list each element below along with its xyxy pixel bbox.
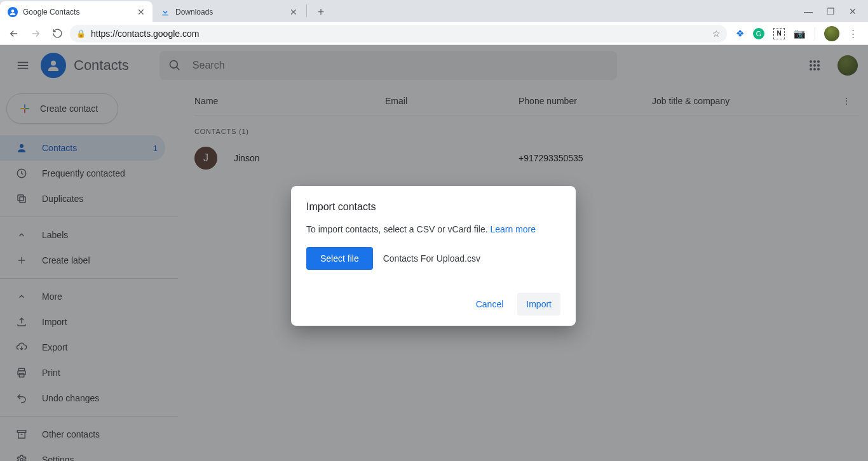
separator — [815, 27, 815, 40]
tab-separator — [306, 4, 307, 17]
browser-tab-title: Google Contacts — [23, 8, 79, 17]
learn-more-link[interactable]: Learn more — [490, 224, 536, 234]
select-file-button[interactable]: Select file — [306, 247, 373, 270]
contacts-app: Contacts Create contact Contacts 1 — [0, 45, 868, 461]
dialog-title: Import contacts — [306, 201, 560, 213]
download-favicon — [160, 7, 170, 17]
extension-icon[interactable]: ❖ — [736, 28, 744, 39]
nav-reload-icon[interactable] — [48, 25, 66, 43]
new-tab-button[interactable]: + — [312, 3, 330, 21]
svg-point-1 — [11, 10, 15, 13]
browser-menu-icon[interactable]: ⋮ — [848, 28, 858, 39]
extensions-area: ❖ G N 📷 ⋮ — [731, 26, 863, 41]
browser-tab-title: Downloads — [175, 8, 213, 17]
window-close-icon[interactable]: ✕ — [849, 6, 857, 17]
cancel-button[interactable]: Cancel — [467, 293, 513, 316]
dialog-body: To import contacts, select a CSV or vCar… — [306, 224, 560, 234]
nav-back-icon[interactable] — [5, 25, 23, 43]
dialog-body-text: To import contacts, select a CSV or vCar… — [306, 224, 490, 234]
profile-avatar[interactable] — [824, 26, 839, 41]
browser-tab-strip: Google Contacts ✕ Downloads ✕ + ― ❐ ✕ — [0, 0, 868, 22]
selected-file-name: Contacts For Upload.csv — [383, 253, 480, 264]
lock-icon: 🔒 — [76, 29, 86, 38]
close-icon[interactable]: ✕ — [290, 7, 297, 17]
extension-icon[interactable]: 📷 — [794, 28, 806, 39]
browser-tab[interactable]: Downloads ✕ — [153, 1, 305, 22]
window-maximize-icon[interactable]: ❐ — [827, 6, 835, 17]
address-bar[interactable]: 🔒 https://contacts.google.com ☆ — [70, 25, 727, 43]
window-minimize-icon[interactable]: ― — [804, 6, 813, 17]
browser-tab-active[interactable]: Google Contacts ✕ — [0, 1, 153, 22]
contacts-favicon — [8, 7, 18, 17]
extension-icon[interactable]: N — [773, 28, 785, 39]
browser-toolbar: 🔒 https://contacts.google.com ☆ ❖ G N 📷 … — [0, 22, 868, 45]
url-text: https://contacts.google.com — [91, 29, 199, 39]
import-button[interactable]: Import — [517, 293, 560, 316]
star-icon[interactable]: ☆ — [712, 29, 721, 39]
import-contacts-dialog: Import contacts To import contacts, sele… — [291, 186, 576, 326]
nav-forward-icon[interactable] — [27, 25, 44, 43]
close-icon[interactable]: ✕ — [137, 7, 145, 17]
extension-icon[interactable]: G — [753, 28, 764, 39]
